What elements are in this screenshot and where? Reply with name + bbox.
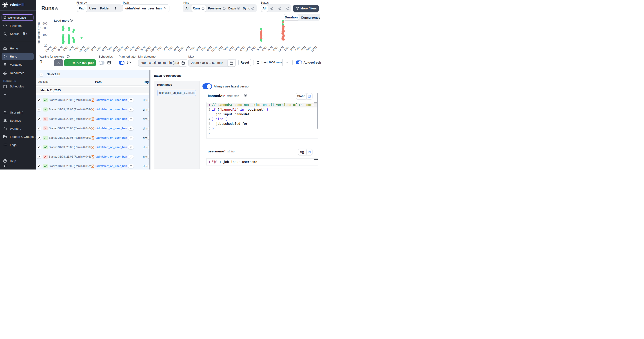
svg-text:12AM: 12AM: [83, 46, 91, 53]
svg-text:5AM: 5AM: [228, 46, 234, 52]
svg-text:2AM: 2AM: [90, 46, 96, 52]
svg-text:10PM: 10PM: [78, 46, 85, 53]
svg-text:20: 20: [44, 44, 48, 47]
svg-text:7PM: 7PM: [267, 46, 273, 52]
svg-text:10PM: 10PM: [144, 46, 152, 53]
svg-text:1PM: 1PM: [250, 46, 256, 52]
svg-text:11AM: 11AM: [244, 46, 251, 53]
svg-text:600: 600: [42, 22, 48, 25]
svg-text:2PM: 2PM: [57, 46, 63, 52]
svg-text:6PM: 6PM: [68, 46, 74, 52]
svg-text:5PM: 5PM: [261, 46, 268, 52]
svg-text:2PM: 2PM: [123, 46, 130, 52]
svg-text:4PM: 4PM: [62, 46, 69, 52]
svg-text:11PM: 11PM: [210, 46, 218, 53]
svg-text:6PM: 6PM: [134, 46, 140, 52]
svg-text:3AM: 3AM: [156, 46, 163, 52]
svg-text:7AM: 7AM: [234, 46, 240, 52]
svg-text:11AM: 11AM: [178, 46, 185, 53]
svg-text:job duration (ms): job duration (ms): [37, 22, 40, 45]
svg-text:11AM: 11AM: [310, 46, 318, 53]
svg-text:1AM: 1AM: [217, 46, 223, 52]
svg-text:100: 100: [42, 33, 48, 37]
svg-text:3PM: 3PM: [256, 46, 262, 52]
svg-text:11PM: 11PM: [277, 46, 284, 53]
svg-text:12PM: 12PM: [116, 46, 124, 53]
svg-text:3AM: 3AM: [223, 46, 229, 52]
svg-text:3PM: 3PM: [190, 46, 196, 52]
svg-text:3AM: 3AM: [289, 46, 295, 52]
svg-text:4PM: 4PM: [129, 46, 135, 52]
svg-text:5PM: 5PM: [195, 46, 201, 52]
svg-text:7AM: 7AM: [168, 46, 174, 52]
svg-text:7AM: 7AM: [300, 46, 306, 52]
svg-text:12AM: 12AM: [150, 46, 157, 53]
svg-text:12PM: 12PM: [50, 46, 58, 53]
svg-text:6AM: 6AM: [101, 46, 108, 52]
svg-text:7PM: 7PM: [201, 46, 207, 52]
svg-text:5AM: 5AM: [294, 46, 301, 52]
svg-text:1AM: 1AM: [284, 46, 290, 52]
svg-text:1PM: 1PM: [184, 46, 190, 52]
svg-text:300: 300: [42, 26, 48, 30]
svg-text:5AM: 5AM: [162, 46, 168, 52]
svg-text:4AM: 4AM: [96, 46, 102, 52]
svg-text:10AM: 10AM: [111, 46, 118, 53]
